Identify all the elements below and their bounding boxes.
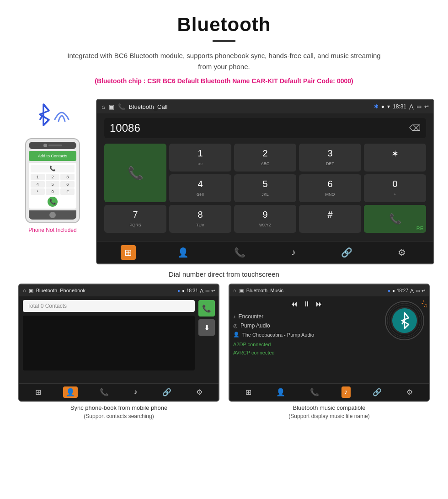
- bluetooth-signal-area: [30, 99, 75, 135]
- phonebook-title: Bluetooth_Phonebook: [36, 288, 175, 293]
- pb-nav-settings[interactable]: ⚙: [193, 386, 205, 398]
- ms-nav-contacts[interactable]: 👤: [273, 386, 288, 398]
- phone-key-3: 3: [60, 174, 75, 180]
- phonebook-body: Total 0 Contacts 📞 ⬇: [19, 296, 219, 383]
- back-icon: ↩: [424, 103, 429, 110]
- phone-key-5: 5: [46, 181, 60, 188]
- music-note-deco-2: ♫: [423, 302, 427, 309]
- search-bar[interactable]: Total 0 Contacts: [23, 300, 195, 312]
- key-9[interactable]: 9 WXYZ: [234, 205, 296, 233]
- ms-sim-icon: ▣: [239, 288, 244, 294]
- call-status-icon: 📞: [118, 103, 125, 110]
- phone-key-2: 2: [46, 174, 60, 180]
- key-3[interactable]: 3 DEF: [299, 144, 361, 172]
- phone-aside: Add to Contacts 📞 1 2 3 4 5 6 * 0 # 📞: [14, 99, 91, 233]
- song-title: Encounter: [239, 313, 264, 320]
- ms-nav-call-log[interactable]: 📞: [307, 386, 322, 398]
- song-title-row: ♪ Encounter: [233, 312, 380, 321]
- pb-screen: ▭: [205, 288, 209, 293]
- bluetooth-disc-icon: [398, 312, 411, 329]
- backspace-button[interactable]: ⌫: [409, 123, 421, 133]
- pb-nav-music[interactable]: ♪: [131, 386, 140, 398]
- redial-button[interactable]: 📞 RE: [364, 205, 426, 233]
- ms-nav-settings[interactable]: ⚙: [404, 386, 416, 398]
- nav-music-button[interactable]: ♪: [288, 245, 299, 260]
- key-7[interactable]: 7 PQRS: [104, 205, 166, 233]
- key-star[interactable]: ✶: [364, 144, 426, 172]
- pb-signal-dot: ●: [182, 288, 185, 293]
- music-section: ⌂ ▣ Bluetooth_Music ● ● 18:27 ⋀ ▭ ↩ ⏮: [224, 284, 434, 427]
- key-5[interactable]: 5 JKL: [234, 174, 296, 202]
- nav-dialpad-button[interactable]: ⊞: [121, 245, 136, 260]
- phone-keys-grid: 1 2 3 4 5 6 * 0 #: [31, 174, 75, 195]
- svg-line-1: [43, 104, 49, 111]
- ms-nav-dialpad[interactable]: ⊞: [243, 386, 254, 398]
- bluetooth-disc-circle: [392, 308, 417, 333]
- next-button[interactable]: ⏭: [316, 300, 323, 308]
- phone-key-6: 6: [60, 181, 75, 188]
- header-description: Integrated with BC6 Bluetooth module, su…: [64, 50, 384, 72]
- pb-nav-call-log[interactable]: 📞: [97, 386, 112, 398]
- phone-dialpad: 📞 1 2 3 4 5 6 * 0 # 📞: [29, 163, 76, 209]
- phone-not-included-label: Phone Not Included: [28, 227, 76, 233]
- phonebook-download-button[interactable]: ⬇: [198, 319, 215, 336]
- dialed-number: 10086: [110, 122, 409, 134]
- nav-link-button[interactable]: 🔗: [337, 245, 356, 260]
- phone-home-button-area: [29, 210, 76, 220]
- dial-caption: Dial number direct from touchscreen: [0, 267, 448, 284]
- signal-dots: ●: [381, 103, 384, 110]
- pb-nav-dialpad[interactable]: ⊞: [32, 386, 44, 398]
- key-1[interactable]: 1 ○○: [169, 144, 231, 172]
- dial-screen-title: Bluetooth_Call: [129, 103, 370, 110]
- key-2[interactable]: 2 ABC: [234, 144, 296, 172]
- phonebook-section: ⌂ ▣ Bluetooth_Phonebook ● ● 18:31 ⋀ ▭ ↩ …: [14, 284, 224, 427]
- wifi-icon: ▾: [387, 103, 390, 110]
- svg-line-12: [405, 324, 409, 328]
- phonebook-call-button[interactable]: 📞: [198, 300, 215, 317]
- phonebook-screen: ⌂ ▣ Bluetooth_Phonebook ● ● 18:31 ⋀ ▭ ↩ …: [18, 284, 219, 402]
- ms-nav-music[interactable]: ♪: [341, 386, 351, 398]
- pb-bt-dot: ●: [177, 288, 180, 293]
- main-section: Add to Contacts 📞 1 2 3 4 5 6 * 0 # 📞: [0, 94, 448, 267]
- ms-nav-link[interactable]: 🔗: [370, 386, 384, 398]
- page-header: Bluetooth Integrated with BC6 Bluetooth …: [0, 0, 448, 94]
- phonebook-nav-bar: ⊞ 👤 📞 ♪ 🔗 ⚙: [19, 383, 219, 401]
- phonebook-content-row: Total 0 Contacts 📞 ⬇: [23, 300, 215, 370]
- phone-add-contacts-bar: Add to Contacts: [29, 151, 76, 161]
- play-pause-button[interactable]: ⏸: [303, 300, 310, 308]
- car-dial-screen: ⌂ ▣ 📞 Bluetooth_Call ✱ ● ▾ 18:31 ⋀ ▭ ↩ 1…: [96, 99, 434, 264]
- title-divider: [213, 40, 235, 42]
- pb-back: ↩: [211, 288, 215, 293]
- music-controls: ⏮ ⏸ ⏭: [233, 300, 380, 308]
- nav-contacts-button[interactable]: 👤: [174, 245, 192, 260]
- phone-camera-row: [29, 142, 76, 149]
- bluetooth-symbol-icon: [34, 103, 53, 126]
- nav-settings-button[interactable]: ⚙: [394, 245, 410, 260]
- ms-signal-dot: ●: [392, 288, 395, 293]
- dialer-area: 10086 ⌫ 1 ○○ 2 ABC 3 DEF ✶: [97, 113, 433, 241]
- phone-key-1: 1: [31, 174, 45, 180]
- pb-status-right: ● ● 18:31 ⋀ ▭ ↩: [177, 288, 215, 293]
- key-6[interactable]: 6 MNO: [299, 174, 361, 202]
- call-button[interactable]: 📞: [104, 144, 166, 202]
- artist-row: 👤 The Cheebacabra - Pump Audio: [233, 330, 380, 339]
- time-display: 18:31: [393, 103, 406, 110]
- pb-nav-link[interactable]: 🔗: [160, 386, 174, 398]
- re-label: RE: [416, 225, 423, 231]
- person-icon: 👤: [233, 332, 240, 338]
- key-4[interactable]: 4 GHI: [169, 174, 231, 202]
- contacts-list-empty: [23, 316, 195, 370]
- action-buttons-column: 📞 ⬇: [198, 300, 215, 370]
- prev-button[interactable]: ⏮: [290, 300, 298, 308]
- phonebook-statusbar: ⌂ ▣ Bluetooth_Phonebook ● ● 18:31 ⋀ ▭ ↩: [19, 284, 219, 296]
- music-nav-bar: ⊞ 👤 📞 ♪ 🔗 ⚙: [229, 383, 429, 401]
- nav-call-log-button[interactable]: 📞: [230, 245, 249, 260]
- signal-arcs-icon: [50, 101, 75, 126]
- pb-nav-contacts[interactable]: 👤: [63, 386, 78, 398]
- key-hash[interactable]: #: [299, 205, 361, 233]
- key-8[interactable]: 8 TUV: [169, 205, 231, 233]
- key-0[interactable]: 0 +: [364, 174, 426, 202]
- status-right-area: ✱ ● ▾ 18:31 ⋀ ▭ ↩: [374, 103, 429, 110]
- music-info-area: ⏮ ⏸ ⏭ ♪ Encounter ◎ Pump Audio 👤: [233, 300, 380, 380]
- music-body: ⏮ ⏸ ⏭ ♪ Encounter ◎ Pump Audio 👤: [229, 296, 429, 383]
